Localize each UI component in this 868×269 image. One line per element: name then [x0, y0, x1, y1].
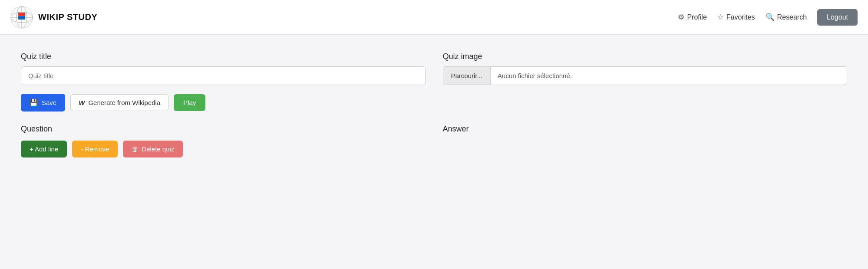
- svg-rect-8: [22, 16, 25, 20]
- save-button[interactable]: 💾 Save: [21, 94, 65, 112]
- quiz-image-section: Quiz image Parcourir... Aucun fichier sé…: [443, 52, 848, 112]
- bottom-grid: Question + Add line - Remove 🗑 Delete qu…: [21, 125, 847, 157]
- trash-icon: 🗑: [132, 145, 138, 153]
- remove-button[interactable]: - Remove: [72, 141, 118, 157]
- research-link[interactable]: 🔍 Research: [766, 13, 807, 22]
- question-section: Question + Add line - Remove 🗑 Delete qu…: [21, 125, 426, 157]
- logout-button[interactable]: Logout: [817, 9, 858, 26]
- button-row: 💾 Save W Generate from Wikipedia Play: [21, 94, 426, 112]
- answer-section: Answer: [443, 125, 848, 157]
- logo-area: WIKIP STUDY: [10, 6, 97, 29]
- svg-rect-5: [18, 13, 22, 16]
- save-label: Save: [42, 99, 56, 106]
- no-file-label: Aucun fichier sélectionné.: [491, 67, 579, 85]
- main-content: Quiz title 💾 Save W Generate from Wikipe…: [0, 35, 868, 175]
- favorites-label: Favorites: [726, 13, 755, 21]
- wikipedia-icon: W: [79, 99, 85, 106]
- question-label: Question: [21, 125, 426, 134]
- browse-button[interactable]: Parcourir...: [443, 67, 491, 85]
- nav: ⚙ Profile ☆ Favorites 🔍 Research Logout: [678, 9, 858, 26]
- quiz-title-input[interactable]: [21, 66, 426, 85]
- research-label: Research: [777, 13, 807, 21]
- play-button[interactable]: Play: [174, 94, 205, 111]
- form-grid: Quiz title 💾 Save W Generate from Wikipe…: [21, 52, 847, 112]
- quiz-title-section: Quiz title 💾 Save W Generate from Wikipe…: [21, 52, 426, 112]
- logo-icon: [10, 6, 33, 29]
- profile-icon: ⚙: [678, 13, 684, 22]
- add-line-button[interactable]: + Add line: [21, 141, 67, 157]
- wikipedia-button[interactable]: W Generate from Wikipedia: [70, 94, 168, 111]
- answer-label: Answer: [443, 125, 848, 134]
- file-input-wrapper: Parcourir... Aucun fichier sélectionné.: [443, 66, 848, 85]
- svg-rect-7: [18, 16, 22, 20]
- delete-quiz-button[interactable]: 🗑 Delete quiz: [123, 141, 183, 157]
- quiz-title-label: Quiz title: [21, 52, 426, 61]
- star-icon: ☆: [717, 13, 724, 22]
- delete-quiz-label: Delete quiz: [142, 145, 174, 153]
- favorites-link[interactable]: ☆ Favorites: [717, 13, 755, 22]
- profile-link[interactable]: ⚙ Profile: [678, 13, 706, 22]
- profile-label: Profile: [687, 13, 706, 21]
- wikipedia-label: Generate from Wikipedia: [88, 99, 160, 106]
- action-row: + Add line - Remove 🗑 Delete quiz: [21, 141, 426, 157]
- quiz-image-label: Quiz image: [443, 52, 848, 61]
- logo-text: WIKIP STUDY: [38, 12, 97, 22]
- svg-rect-6: [22, 13, 25, 16]
- save-icon: 💾: [30, 98, 38, 107]
- header: WIKIP STUDY ⚙ Profile ☆ Favorites 🔍 Rese…: [0, 0, 868, 35]
- search-icon: 🔍: [766, 13, 775, 22]
